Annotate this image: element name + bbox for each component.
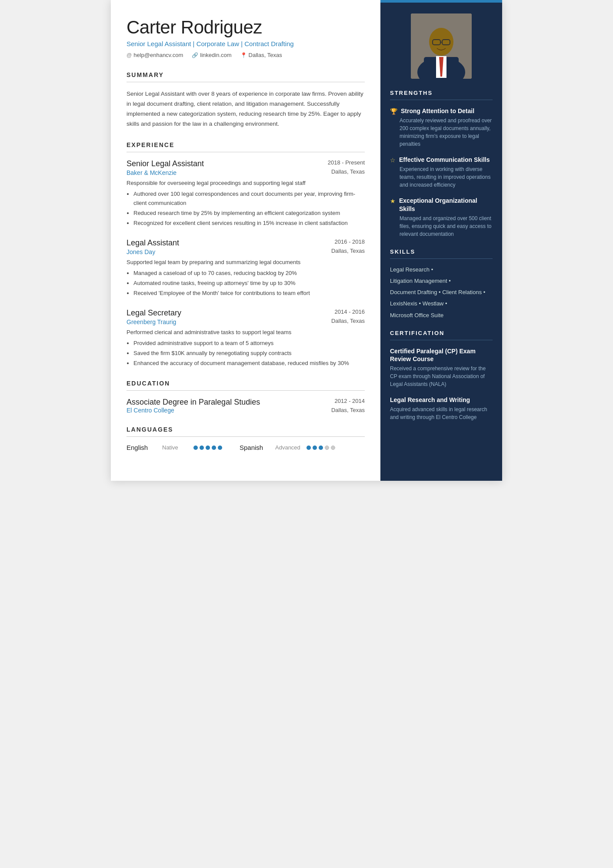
strength-3-desc: Managed and organized over 500 client fi… (390, 214, 493, 238)
exp-entry-1: Senior Legal Assistant 2018 - Present Ba… (127, 159, 365, 228)
star-outline-icon: ☆ (390, 157, 396, 164)
language-row: English Native Spanish Advanced (127, 444, 365, 451)
exp-desc-2: Supported legal team by preparing and su… (127, 258, 365, 267)
summary-section: SUMMARY Senior Legal Assistant with over… (127, 71, 365, 129)
strength-1-header: 🏆 Strong Attention to Detail (390, 107, 493, 115)
email-contact: @ help@enhancv.com (127, 52, 183, 58)
education-title: EDUCATION (127, 380, 365, 391)
dot-e3 (206, 446, 210, 450)
strengths-section: STRENGTHS 🏆 Strong Attention to Detail A… (390, 90, 493, 238)
edu-dates-1: 2012 - 2014 (335, 398, 365, 404)
strength-1-title: Strong Attention to Detail (401, 107, 474, 115)
bullet-3-2: Saved the firm $10K annually by renegoti… (133, 349, 365, 358)
exp-desc-1: Responsible for overseeing legal proceed… (127, 179, 365, 188)
lang-dots-spanish (306, 446, 335, 450)
linkedin-value: linkedin.com (200, 52, 231, 58)
summary-text: Senior Legal Assistant with over 8 years… (127, 89, 365, 129)
lang-level-spanish: Advanced (275, 444, 301, 451)
lang-level-english: Native (162, 444, 188, 451)
exp-header-3: Legal Secretary 2014 - 2016 (127, 308, 365, 318)
bullet-3-1: Provided administrative support to a tea… (133, 339, 365, 348)
cert-1: Certified Paralegal (CP) Exam Review Cou… (390, 347, 493, 388)
dot-e4 (212, 446, 216, 450)
location-contact: 📍 Dallas, Texas (240, 52, 282, 58)
skill-line-5: Microsoft Office Suite (390, 312, 493, 319)
skill-line-4: LexisNexis • Westlaw • (390, 300, 493, 308)
edu-location-1: Dallas, Texas (331, 407, 365, 414)
bullet-1-2: Reduced research time by 25% by implemen… (133, 209, 365, 218)
email-icon: @ (127, 52, 132, 58)
left-column: Carter Rodriguez Senior Legal Assistant … (111, 0, 380, 481)
strength-2: ☆ Effective Communication Skills Experie… (390, 156, 493, 189)
exp-location-2: Dallas, Texas (331, 248, 365, 255)
lang-english: English Native (127, 444, 222, 451)
exp-location-1: Dallas, Texas (331, 168, 365, 176)
lang-name-english: English (127, 444, 157, 451)
exp-header-2: Legal Assistant 2016 - 2018 (127, 238, 365, 248)
strengths-title: STRENGTHS (390, 90, 493, 100)
strength-3-header: ★ Exceptional Organizational Skills (390, 197, 493, 212)
strength-2-title: Effective Communication Skills (399, 156, 490, 164)
edu-entry-1: Associate Degree in Paralegal Studies 20… (127, 398, 365, 414)
dot-s1 (306, 446, 311, 450)
email-value: help@enhancv.com (133, 52, 183, 58)
exp-dates-1: 2018 - Present (328, 159, 365, 166)
header-section: Carter Rodriguez Senior Legal Assistant … (127, 17, 365, 58)
edu-school-1: El Centro College (127, 407, 174, 414)
photo-section (380, 3, 502, 81)
exp-title-2: Legal Assistant (127, 238, 179, 248)
edu-header-1: Associate Degree in Paralegal Studies 20… (127, 398, 365, 407)
candidate-name: Carter Rodriguez (127, 17, 365, 37)
strength-2-header: ☆ Effective Communication Skills (390, 156, 493, 164)
candidate-title: Senior Legal Assistant | Corporate Law |… (127, 40, 365, 47)
bullet-2-3: Received 'Employee of the Month' twice f… (133, 289, 365, 298)
dot-s2 (313, 446, 317, 450)
lang-spanish: Spanish Advanced (240, 444, 335, 451)
exp-bullets-1: Authored over 100 legal correspondences … (127, 190, 365, 228)
cert-2-desc: Acquired advanced skills in legal resear… (390, 406, 493, 421)
skills-title: SKILLS (390, 248, 493, 259)
dot-e2 (200, 446, 204, 450)
languages-section: LANGUAGES English Native Spanish Advanc (127, 426, 365, 451)
certification-section: CERTIFICATION Certified Paralegal (CP) E… (390, 330, 493, 422)
exp-title-3: Legal Secretary (127, 308, 181, 318)
bullet-2-1: Managed a caseload of up to 70 cases, re… (133, 269, 365, 278)
right-content: STRENGTHS 🏆 Strong Attention to Detail A… (380, 81, 502, 440)
strength-3-title: Exceptional Organizational Skills (399, 197, 493, 212)
resume-wrapper: Carter Rodriguez Senior Legal Assistant … (111, 0, 502, 481)
exp-title-1: Senior Legal Assistant (127, 159, 204, 168)
candidate-photo (411, 13, 472, 79)
exp-header-1: Senior Legal Assistant 2018 - Present (127, 159, 365, 168)
exp-company-2: Jones Day (127, 248, 155, 255)
cert-2-title: Legal Research and Writing (390, 396, 493, 404)
strength-3: ★ Exceptional Organizational Skills Mana… (390, 197, 493, 238)
bullet-1-3: Recognized for excellent client services… (133, 219, 365, 228)
skill-line-3: Document Drafting • Client Relations • (390, 288, 493, 296)
certification-title: CERTIFICATION (390, 330, 493, 340)
bullet-1-1: Authored over 100 legal correspondences … (133, 190, 365, 208)
exp-dates-2: 2016 - 2018 (335, 238, 365, 245)
strength-1-desc: Accurately reviewed and proofread over 2… (390, 117, 493, 148)
exp-desc-3: Performed clerical and administrative ta… (127, 328, 365, 337)
exp-dates-3: 2014 - 2016 (335, 308, 365, 315)
strength-1: 🏆 Strong Attention to Detail Accurately … (390, 107, 493, 148)
bullet-2-2: Automated routine tasks, freeing up atto… (133, 279, 365, 288)
edu-degree-1: Associate Degree in Paralegal Studies (127, 398, 260, 407)
lang-dots-english (193, 446, 222, 450)
languages-title: LANGUAGES (127, 426, 365, 437)
dot-s4 (325, 446, 329, 450)
dot-s3 (319, 446, 323, 450)
location-icon: 📍 (240, 52, 247, 58)
skills-section: SKILLS Legal Research • Litigation Manag… (390, 248, 493, 319)
exp-company-1: Baker & McKenzie (127, 169, 177, 176)
exp-entry-3: Legal Secretary 2014 - 2016 Greenberg Tr… (127, 308, 365, 368)
star-icon: ★ (390, 198, 396, 204)
dot-e1 (193, 446, 198, 450)
summary-title: SUMMARY (127, 71, 365, 82)
exp-bullets-3: Provided administrative support to a tea… (127, 339, 365, 368)
linkedin-icon: 🔗 (192, 52, 198, 58)
exp-location-3: Dallas, Texas (331, 318, 365, 325)
trophy-icon: 🏆 (390, 108, 397, 115)
right-column: STRENGTHS 🏆 Strong Attention to Detail A… (380, 0, 502, 481)
experience-section: EXPERIENCE Senior Legal Assistant 2018 -… (127, 141, 365, 368)
